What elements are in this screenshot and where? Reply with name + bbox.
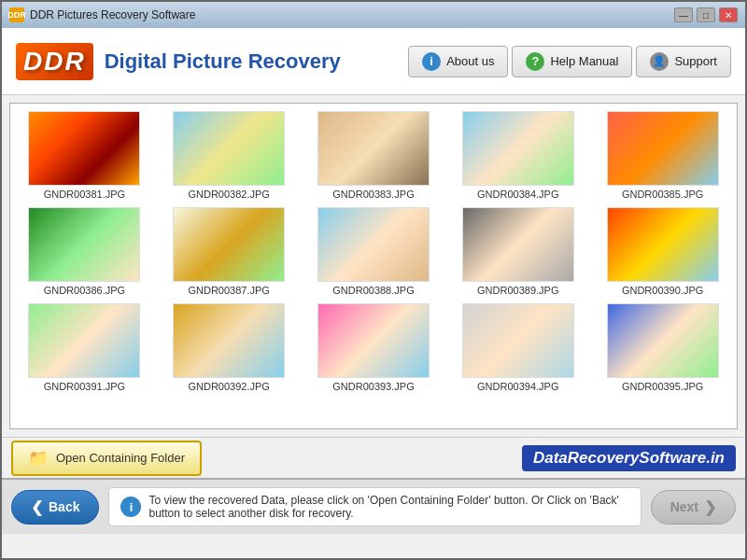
photo-thumbnail: [173, 303, 285, 378]
photo-thumbnail: [462, 111, 574, 186]
back-button[interactable]: ❮ Back: [11, 490, 99, 525]
list-item[interactable]: GNDR00389.JPG: [451, 207, 585, 296]
photo-name-label: GNDR00395.JPG: [622, 381, 703, 392]
app-icon: DDR: [9, 7, 24, 22]
folder-icon: 📁: [28, 448, 49, 469]
back-label: Back: [49, 499, 79, 514]
next-arrow-icon: ❯: [704, 498, 716, 516]
app-title: Digital Picture Recovery: [105, 49, 341, 74]
photo-name-label: GNDR00389.JPG: [477, 285, 558, 296]
photo-thumbnail: [462, 207, 574, 282]
photo-name-label: GNDR00390.JPG: [622, 285, 703, 296]
photo-thumbnail: [317, 207, 430, 282]
help-icon: ?: [526, 52, 544, 71]
help-manual-button[interactable]: ? Help Manual: [512, 46, 632, 77]
info-circle-icon: i: [120, 497, 141, 517]
minimize-button[interactable]: —: [674, 7, 693, 22]
photo-thumbnail: [462, 303, 574, 378]
support-label: Support: [674, 54, 717, 68]
photo-grid[interactable]: GNDR00381.JPGGNDR00382.JPGGNDR00383.JPGG…: [10, 104, 737, 428]
support-icon: 👤: [650, 52, 669, 71]
photo-thumbnail: [607, 207, 719, 282]
info-text: To view the recovered Data, please click…: [148, 494, 628, 520]
bottom-bar: 📁 Open Containing Folder DataRecoverySof…: [2, 437, 745, 478]
list-item[interactable]: GNDR00388.JPG: [307, 207, 441, 296]
info-icon: i: [422, 52, 441, 71]
photo-name-label: GNDR00388.JPG: [332, 285, 414, 296]
footer: ❮ Back i To view the recovered Data, ple…: [2, 478, 745, 534]
photo-name-label: GNDR00387.JPG: [188, 285, 269, 296]
photo-name-label: GNDR00393.JPG: [332, 381, 414, 392]
photo-thumbnail: [607, 303, 719, 378]
title-bar: DDR DDR Pictures Recovery Software — □ ✕: [2, 2, 745, 28]
photo-name-label: GNDR00385.JPG: [622, 189, 703, 200]
logo-area: DDR Digital Picture Recovery: [16, 43, 341, 80]
header-buttons: i About us ? Help Manual 👤 Support: [408, 46, 731, 77]
photo-thumbnail: [28, 303, 140, 378]
photo-thumbnail: [28, 111, 140, 186]
list-item[interactable]: GNDR00387.JPG: [162, 207, 296, 296]
photo-name-label: GNDR00384.JPG: [477, 189, 558, 200]
list-item[interactable]: GNDR00391.JPG: [18, 303, 151, 392]
maximize-button[interactable]: □: [697, 7, 715, 22]
about-us-label: About us: [446, 54, 494, 68]
list-item[interactable]: GNDR00386.JPG: [18, 207, 151, 296]
photo-thumbnail: [607, 111, 719, 186]
photo-name-label: GNDR00391.JPG: [44, 381, 125, 392]
next-button[interactable]: Next ❯: [651, 490, 736, 525]
info-area: i To view the recovered Data, please cli…: [108, 487, 641, 526]
list-item[interactable]: GNDR00384.JPG: [451, 111, 585, 200]
photo-name-label: GNDR00383.JPG: [332, 189, 414, 200]
photo-thumbnail: [317, 111, 430, 186]
help-manual-label: Help Manual: [550, 54, 618, 68]
list-item[interactable]: GNDR00392.JPG: [162, 303, 296, 392]
about-us-button[interactable]: i About us: [408, 46, 508, 77]
open-containing-folder-button[interactable]: 📁 Open Containing Folder: [11, 441, 202, 476]
open-folder-label: Open Containing Folder: [56, 451, 185, 465]
watermark: DataRecoverySoftware.in: [522, 445, 736, 471]
list-item[interactable]: GNDR00385.JPG: [596, 111, 729, 200]
photo-name-label: GNDR00392.JPG: [188, 381, 269, 392]
list-item[interactable]: GNDR00381.JPG: [18, 111, 151, 200]
list-item[interactable]: GNDR00390.JPG: [596, 207, 729, 296]
list-item[interactable]: GNDR00393.JPG: [307, 303, 441, 392]
next-label: Next: [670, 499, 698, 514]
title-bar-left: DDR DDR Pictures Recovery Software: [9, 7, 195, 22]
title-bar-text: DDR Pictures Recovery Software: [30, 8, 195, 21]
photo-thumbnail: [173, 207, 285, 282]
app-header: DDR Digital Picture Recovery i About us …: [2, 28, 745, 95]
photo-thumbnail: [317, 303, 430, 378]
photo-name-label: GNDR00382.JPG: [188, 189, 269, 200]
list-item[interactable]: GNDR00383.JPG: [307, 111, 441, 200]
list-item[interactable]: GNDR00382.JPG: [162, 111, 296, 200]
title-bar-controls[interactable]: — □ ✕: [674, 7, 738, 22]
list-item[interactable]: GNDR00394.JPG: [451, 303, 585, 392]
back-arrow-icon: ❮: [31, 498, 43, 516]
main-content: GNDR00381.JPGGNDR00382.JPGGNDR00383.JPGG…: [9, 103, 738, 429]
ddr-logo: DDR: [16, 43, 93, 80]
photo-name-label: GNDR00381.JPG: [44, 189, 125, 200]
support-button[interactable]: 👤 Support: [636, 46, 731, 77]
photo-thumbnail: [28, 207, 140, 282]
photo-thumbnail: [173, 111, 285, 186]
close-button[interactable]: ✕: [719, 7, 738, 22]
list-item[interactable]: GNDR00395.JPG: [596, 303, 729, 392]
photo-name-label: GNDR00394.JPG: [477, 381, 558, 392]
photo-name-label: GNDR00386.JPG: [44, 285, 125, 296]
